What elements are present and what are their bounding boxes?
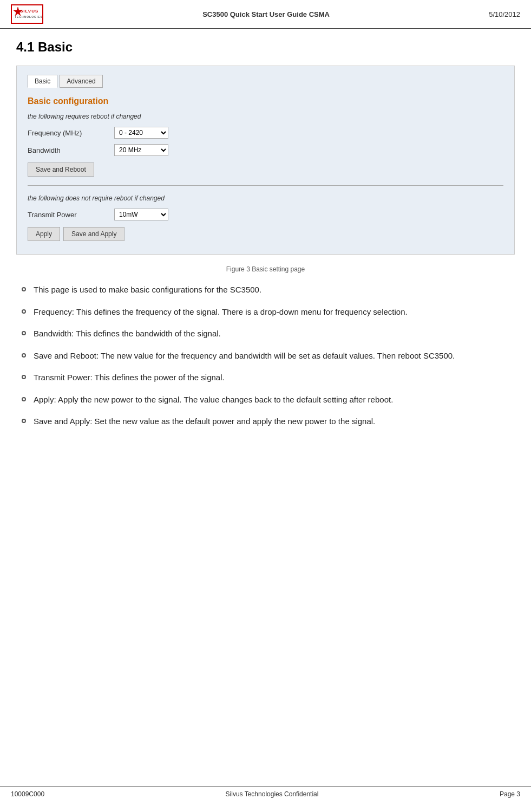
list-item: This page is used to make basic configur…	[16, 284, 515, 296]
logo-area: SiLVUS TECHNOLOGIES	[11, 4, 43, 24]
reboot-section-label: the following requires reboot if changed	[28, 113, 503, 120]
transmit-power-row: Transmit Power 10mW	[28, 209, 503, 220]
tab-basic[interactable]: Basic	[28, 75, 57, 88]
list-item: Transmit Power: This defines the power o…	[16, 372, 515, 384]
bullet-list: This page is used to make basic configur…	[16, 284, 515, 428]
list-item: Frequency: This defines the frequency of…	[16, 306, 515, 319]
bullet-text: Save and Reboot: The new value for the f…	[34, 350, 455, 362]
frequency-row: Frequency (MHz) 0 - 2420	[28, 127, 503, 139]
frequency-label: Frequency (MHz)	[28, 129, 114, 137]
list-item: Save and Apply: Set the new value as the…	[16, 415, 515, 428]
transmit-power-select[interactable]: 10mW	[114, 209, 168, 220]
bullet-icon	[22, 419, 26, 423]
svg-text:TECHNOLOGIES: TECHNOLOGIES	[15, 15, 42, 18]
company-logo: SiLVUS TECHNOLOGIES	[11, 4, 43, 24]
page-footer: 10009C000 Silvus Technologies Confidenti…	[0, 787, 531, 801]
svg-text:SiLVUS: SiLVUS	[20, 9, 38, 14]
bullet-icon	[22, 353, 26, 358]
reboot-btn-row: Save and Reboot	[28, 163, 503, 177]
bullet-text: Bandwidth: This defines the bandwidth of…	[34, 328, 221, 340]
config-panel: Basic Advanced Basic configuration the f…	[16, 66, 515, 255]
bullet-icon	[22, 309, 26, 314]
apply-button[interactable]: Apply	[28, 227, 60, 241]
transmit-power-label: Transmit Power	[28, 211, 114, 219]
apply-btn-row: Apply Save and Apply	[28, 227, 503, 241]
list-item: Apply: Apply the new power to the signal…	[16, 394, 515, 406]
bandwidth-label: Bandwidth	[28, 146, 114, 154]
tab-advanced[interactable]: Advanced	[60, 75, 102, 88]
save-reboot-button[interactable]: Save and Reboot	[28, 163, 94, 177]
transmit-power-control[interactable]: 10mW	[114, 209, 168, 220]
tab-bar: Basic Advanced	[28, 75, 503, 88]
config-title: Basic configuration	[28, 96, 503, 106]
bandwidth-control[interactable]: 20 MHz	[114, 144, 168, 156]
bullet-icon	[22, 397, 26, 401]
section-heading: 4.1 Basic	[16, 40, 515, 55]
page-header: SiLVUS TECHNOLOGIES SC3500 Quick Start U…	[0, 0, 531, 29]
bandwidth-row: Bandwidth 20 MHz	[28, 144, 503, 156]
frequency-select[interactable]: 0 - 2420	[114, 127, 168, 139]
bandwidth-select[interactable]: 20 MHz	[114, 144, 168, 156]
bullet-icon	[22, 375, 26, 379]
bullet-text: Save and Apply: Set the new value as the…	[34, 415, 375, 428]
footer-center: Silvus Technologies Confidential	[226, 790, 319, 798]
bullet-text: Apply: Apply the new power to the signal…	[34, 394, 393, 406]
main-content: 4.1 Basic Basic Advanced Basic configura…	[0, 34, 531, 481]
list-item: Bandwidth: This defines the bandwidth of…	[16, 328, 515, 340]
figure-caption: Figure 3 Basic setting page	[16, 265, 515, 273]
footer-left: 10009C000	[11, 790, 44, 798]
save-apply-button[interactable]: Save and Apply	[63, 227, 124, 241]
bullet-icon	[22, 331, 26, 335]
section-divider	[28, 185, 503, 186]
frequency-control[interactable]: 0 - 2420	[114, 127, 168, 139]
no-reboot-section-label: the following does not require reboot if…	[28, 194, 503, 202]
bullet-text: Frequency: This defines the frequency of…	[34, 306, 408, 319]
bullet-text: Transmit Power: This defines the power o…	[34, 372, 225, 384]
document-title: SC3500 Quick Start User Guide CSMA	[43, 10, 489, 18]
bullet-icon	[22, 287, 26, 291]
document-date: 5/10/2012	[489, 10, 520, 18]
bullet-text: This page is used to make basic configur…	[34, 284, 261, 296]
footer-right: Page 3	[500, 790, 520, 798]
list-item: Save and Reboot: The new value for the f…	[16, 350, 515, 362]
